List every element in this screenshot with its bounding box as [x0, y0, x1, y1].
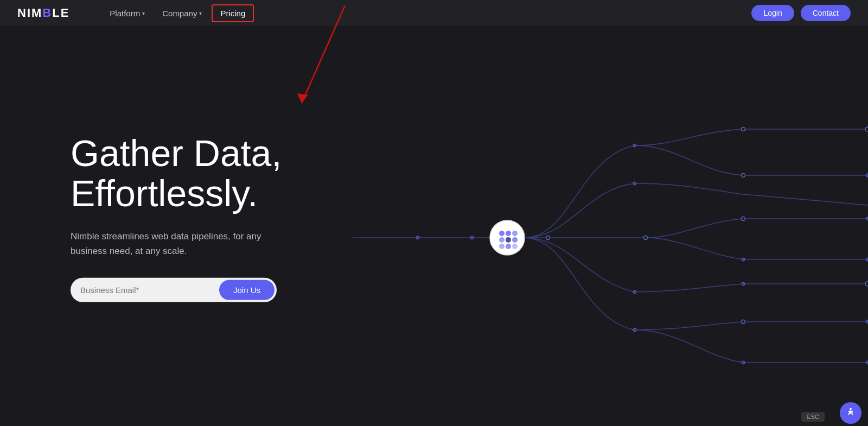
email-input[interactable]	[80, 285, 219, 295]
pricing-label: Pricing	[220, 9, 245, 18]
svg-point-44	[850, 408, 852, 410]
platform-label: Platform	[110, 9, 140, 18]
accessibility-icon	[845, 407, 857, 419]
company-chevron-icon: ▾	[199, 10, 202, 16]
main-content: Gather Data, Effortlessly. Nimble stream…	[0, 26, 868, 426]
platform-chevron-icon: ▾	[142, 10, 145, 16]
nav-item-company[interactable]: Company ▾	[155, 5, 209, 21]
logo[interactable]: NIMBLE	[17, 6, 69, 20]
contact-button[interactable]: Contact	[801, 5, 851, 21]
logo-bracket: B	[42, 6, 52, 20]
nav-links: Platform ▾ Company ▾ Pricing	[102, 4, 751, 22]
esc-badge: ESC	[801, 412, 825, 422]
hero-section: Gather Data, Effortlessly. Nimble stream…	[71, 132, 298, 302]
navigation: NIMBLE Platform ▾ Company ▾ Pricing Logi…	[0, 0, 868, 26]
nav-right: Login Contact	[751, 5, 851, 21]
nav-item-pricing[interactable]: Pricing	[212, 4, 254, 22]
accessibility-button[interactable]	[840, 402, 861, 424]
hero-subtitle: Nimble streamlines web data pipelines, f…	[71, 229, 298, 258]
login-button[interactable]: Login	[751, 5, 794, 21]
nav-item-platform[interactable]: Platform ▾	[102, 5, 152, 21]
join-button[interactable]: Join Us	[219, 280, 275, 300]
hero-title: Gather Data, Effortlessly.	[71, 132, 298, 214]
email-form: Join Us	[71, 278, 277, 302]
company-label: Company	[162, 9, 197, 18]
